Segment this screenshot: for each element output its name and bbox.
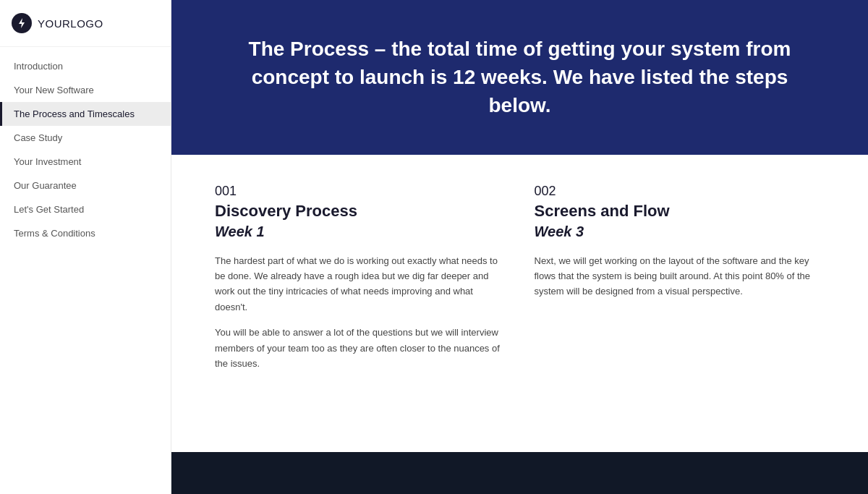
logo-area: YOURLOGO (0, 0, 171, 47)
sidebar-item-the-process-and-timescales[interactable]: The Process and Timescales (0, 102, 171, 126)
step-2-title: Screens and Flow (535, 202, 825, 221)
sidebar-item-case-study[interactable]: Case Study (0, 126, 171, 150)
sidebar-item-your-new-software[interactable]: Your New Software (0, 78, 171, 102)
step-2-para-1: Next, we will get working on the layout … (535, 253, 825, 299)
step-1-para-1: The hardest part of what we do is workin… (215, 253, 506, 315)
main-content: The Process – the total time of getting … (171, 0, 868, 494)
sidebar-item-terms-&-conditions[interactable]: Terms & Conditions (0, 221, 171, 245)
step-2-number: 002 (535, 184, 825, 199)
sidebar-item-our-guarantee[interactable]: Our Guarantee (0, 174, 171, 197)
logo-icon (12, 13, 32, 33)
svg-marker-0 (19, 18, 25, 28)
step-1-number: 001 (215, 184, 506, 199)
step-1: 001 Discovery Process Week 1 The hardest… (215, 184, 506, 423)
step-2-week: Week 3 (535, 223, 825, 240)
hero-banner: The Process – the total time of getting … (171, 0, 868, 155)
steps-section: 001 Discovery Process Week 1 The hardest… (171, 155, 868, 452)
step-1-week: Week 1 (215, 223, 506, 240)
sidebar-item-introduction[interactable]: Introduction (0, 54, 171, 78)
step-2: 002 Screens and Flow Week 3 Next, we wil… (535, 184, 825, 423)
step-1-para-2: You will be able to answer a lot of the … (215, 325, 506, 371)
nav: IntroductionYour New SoftwareThe Process… (0, 54, 171, 245)
hero-title: The Process – the total time of getting … (229, 35, 810, 120)
sidebar: YOURLOGO IntroductionYour New SoftwareTh… (0, 0, 171, 494)
sidebar-item-your-investment[interactable]: Your Investment (0, 150, 171, 174)
step-1-title: Discovery Process (215, 202, 506, 221)
sidebar-item-let's-get-started[interactable]: Let's Get Started (0, 197, 171, 221)
logo-text: YOURLOGO (38, 17, 103, 30)
footer-bar (171, 452, 868, 494)
